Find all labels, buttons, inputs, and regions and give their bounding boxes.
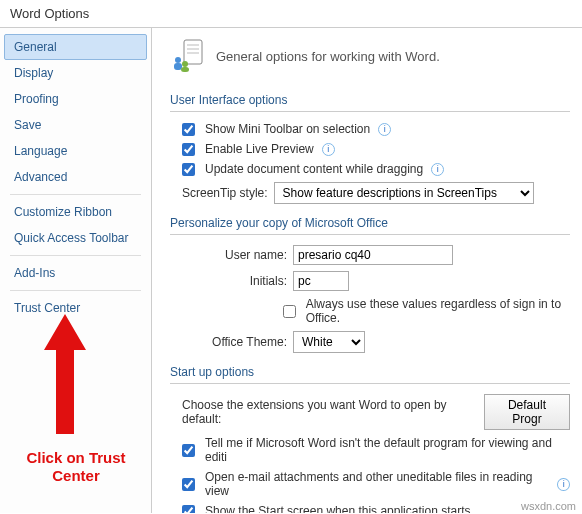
help-icon[interactable]: i <box>378 123 391 136</box>
username-input[interactable] <box>293 245 453 265</box>
sidebar-separator <box>10 290 141 291</box>
sidebar-item-proofing[interactable]: Proofing <box>4 86 147 112</box>
theme-label: Office Theme: <box>182 335 287 349</box>
general-icon <box>170 38 204 75</box>
watermark: wsxdn.com <box>521 500 576 512</box>
sidebar-item-addins[interactable]: Add-Ins <box>4 260 147 286</box>
sidebar: General Display Proofing Save Language A… <box>0 28 152 513</box>
sidebar-item-quick-access[interactable]: Quick Access Toolbar <box>4 225 147 251</box>
initials-input[interactable] <box>293 271 349 291</box>
sidebar-separator <box>10 255 141 256</box>
sidebar-item-display[interactable]: Display <box>4 60 147 86</box>
always-use-checkbox[interactable] <box>283 305 296 318</box>
section-personal-title: Personalize your copy of Microsoft Offic… <box>170 216 570 235</box>
svg-rect-1 <box>184 40 202 64</box>
update-drag-label: Update document content while dragging <box>205 162 423 176</box>
window-title: Word Options <box>0 0 582 27</box>
annotation-text: Click on Trust Center <box>6 449 146 485</box>
live-preview-label: Enable Live Preview <box>205 142 314 156</box>
screentip-select[interactable]: Show feature descriptions in ScreenTips <box>274 182 534 204</box>
help-icon[interactable]: i <box>431 163 444 176</box>
theme-select[interactable]: White <box>293 331 365 353</box>
svg-point-5 <box>175 57 181 63</box>
open-email-label: Open e-mail attachments and other unedit… <box>205 470 549 498</box>
mini-toolbar-label: Show Mini Toolbar on selection <box>205 122 370 136</box>
page-header: General options for working with Word. <box>170 38 570 75</box>
default-programs-button[interactable]: Default Progr <box>484 394 570 430</box>
help-icon[interactable]: i <box>557 478 570 491</box>
sidebar-item-general[interactable]: General <box>4 34 147 60</box>
tell-me-checkbox[interactable] <box>182 444 195 457</box>
update-drag-checkbox[interactable] <box>182 163 195 176</box>
section-startup-title: Start up options <box>170 365 570 384</box>
svg-rect-8 <box>181 67 189 72</box>
sidebar-item-customize-ribbon[interactable]: Customize Ribbon <box>4 199 147 225</box>
svg-rect-7 <box>174 63 182 70</box>
svg-marker-0 <box>44 314 86 434</box>
svg-point-6 <box>182 61 188 67</box>
sidebar-item-advanced[interactable]: Advanced <box>4 164 147 190</box>
live-preview-checkbox[interactable] <box>182 143 195 156</box>
mini-toolbar-checkbox[interactable] <box>182 123 195 136</box>
show-start-checkbox[interactable] <box>182 505 195 514</box>
open-email-checkbox[interactable] <box>182 478 195 491</box>
page-header-text: General options for working with Word. <box>216 49 440 64</box>
sidebar-item-language[interactable]: Language <box>4 138 147 164</box>
main-layout: General Display Proofing Save Language A… <box>0 27 582 513</box>
username-label: User name: <box>182 248 287 262</box>
show-start-label: Show the Start screen when this applicat… <box>205 504 470 513</box>
choose-ext-label: Choose the extensions you want Word to o… <box>182 398 478 426</box>
help-icon[interactable]: i <box>322 143 335 156</box>
screentip-label: ScreenTip style: <box>182 186 268 200</box>
sidebar-item-save[interactable]: Save <box>4 112 147 138</box>
content-pane: General options for working with Word. U… <box>152 28 582 513</box>
sidebar-separator <box>10 194 141 195</box>
tell-me-label: Tell me if Microsoft Word isn't the defa… <box>205 436 570 464</box>
annotation-arrow <box>44 314 86 437</box>
always-use-label: Always use these values regardless of si… <box>306 297 570 325</box>
initials-label: Initials: <box>182 274 287 288</box>
section-ui-title: User Interface options <box>170 93 570 112</box>
